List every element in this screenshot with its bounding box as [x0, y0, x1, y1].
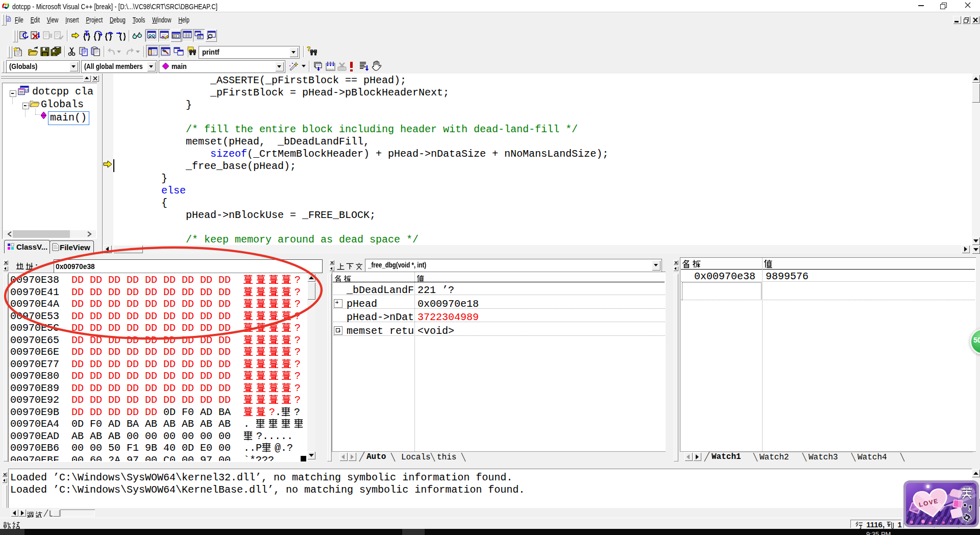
svg-text:10: 10: [24, 88, 29, 92]
